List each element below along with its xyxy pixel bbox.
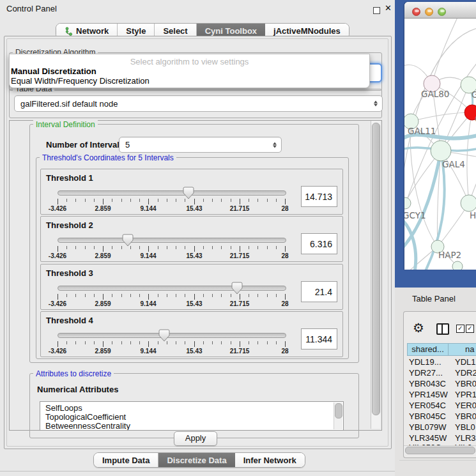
threshold-1-slider[interactable]: [58, 190, 286, 196]
popup-item-manual-discretization[interactable]: Manual Discretization: [11, 66, 96, 76]
threshold-4-label: Threshold 4: [46, 316, 93, 325]
threshold-2-value-field[interactable]: 6.316: [301, 233, 337, 254]
node-label-gcy1: GCY1: [404, 210, 426, 220]
table-panel-groove: [399, 460, 476, 461]
number-of-intervals-label: Number of Intervals: [46, 140, 124, 150]
threshold-2-slider[interactable]: [58, 238, 286, 243]
threshold-2-slider-thumb[interactable]: [122, 234, 134, 247]
table-row[interactable]: YER054CYER0: [407, 400, 476, 411]
threshold-1-label: Threshold 1: [46, 173, 93, 183]
table-row[interactable]: YBR043CYBR0: [407, 378, 476, 389]
column-header-shared-name[interactable]: shared...: [407, 343, 448, 356]
attributes-scrollbar-thumb[interactable]: [335, 403, 342, 418]
threshold-1-panel: Threshold 1 -3.426 2.859 9.144 15.43 21.…: [40, 169, 343, 215]
numerical-attributes-list: SelfLoops TopologicalCoefficient Between…: [40, 401, 344, 431]
number-of-intervals-value: 5: [125, 140, 130, 150]
threshold-3-slider[interactable]: [58, 286, 286, 291]
node-h[interactable]: [461, 195, 476, 211]
network-window: GAL80 GA C GAL11 GAL4 GCY1 H HAP2: [404, 2, 476, 270]
gear-icon[interactable]: ⚙: [413, 320, 424, 335]
table-header-row: shared... na: [407, 343, 476, 356]
node-label-gal4: GAL4: [442, 159, 465, 169]
algorithm-popup-prompt: Select algorithm to view settings: [10, 57, 369, 66]
threshold-3-label: Threshold 3: [46, 268, 93, 278]
tab-network-label: Network: [76, 26, 109, 36]
threshold-3-value-field[interactable]: 21.4: [301, 281, 337, 302]
table-row[interactable]: YDR27...YDR2: [407, 367, 476, 378]
bottom-tab-bar: Impute Data Discretize Data Infer Networ…: [93, 452, 305, 468]
slider-ticks: [58, 199, 286, 202]
table-row[interactable]: YPR145WYPR1: [407, 389, 476, 400]
threshold-2-label: Threshold 2: [46, 220, 93, 230]
threshold-4-slider[interactable]: [58, 333, 286, 338]
list-item[interactable]: SelfLoops: [45, 403, 82, 413]
checkbox-icon[interactable]: ✓: [456, 325, 464, 333]
threshold-4-value-field[interactable]: 11.344: [301, 328, 337, 349]
table-row[interactable]: YDL19...YDL1: [407, 357, 476, 367]
tab-impute-data[interactable]: Impute Data: [94, 453, 158, 467]
threshold-1-slider-thumb[interactable]: [183, 187, 194, 199]
column-chooser-icon[interactable]: [436, 323, 449, 335]
table-data-selected: galFiltered.sif default node: [20, 99, 118, 109]
attributes-group-title: Attributes to discretize: [33, 369, 114, 378]
threshold-3-slider-thumb[interactable]: [231, 282, 243, 295]
node-label-h: H: [470, 210, 476, 220]
settings-scrollbar-thumb[interactable]: [372, 123, 380, 415]
network-canvas[interactable]: GAL80 GA C GAL11 GAL4 GCY1 H HAP2: [404, 18, 476, 270]
slider-ticks: [58, 341, 286, 344]
node-label-partial-ga: GA: [472, 89, 476, 100]
threshold-3-panel: Threshold 3 -3.426 2.859 9.144 15.43 21.…: [40, 264, 343, 310]
close-icon[interactable]: ✕: [385, 3, 392, 13]
tab-infer-network[interactable]: Infer Network: [235, 453, 305, 467]
combo-stepper-icon: [374, 101, 378, 107]
popup-item-equal-width-frequency[interactable]: Equal Width/Frequency Discretization: [11, 76, 150, 86]
node-gal4[interactable]: [431, 141, 451, 161]
column-header-name[interactable]: na: [448, 343, 476, 356]
attributes-scrollbar[interactable]: [334, 403, 342, 429]
slider-ticks: [58, 294, 286, 297]
number-of-intervals-combobox[interactable]: 5: [119, 137, 282, 153]
network-icon: [65, 27, 73, 36]
slider-ticks: [58, 246, 286, 249]
checkbox-icon[interactable]: ✓: [466, 325, 474, 333]
table-panel-title: Table Panel: [412, 294, 456, 303]
threshold-1-value-field[interactable]: 14.713: [301, 186, 337, 207]
window-title: Control Panel: [6, 4, 57, 13]
zoom-traffic-light[interactable]: [438, 8, 446, 16]
apply-button[interactable]: Apply: [174, 431, 217, 446]
threshold-2-panel: Threshold 2 -3.426 2.859 9.144 15.43 21.…: [40, 216, 343, 262]
control-panel-bottom-edge: [0, 471, 395, 472]
algorithm-popup: Select algorithm to view settings Manual…: [9, 54, 370, 88]
threshold-4-panel: Threshold 4 -3.426 2.859 9.144 15.43 21.…: [40, 311, 343, 357]
table-horizontal-scrollbar[interactable]: [404, 445, 476, 454]
node-label-gal80: GAL80: [421, 89, 449, 99]
table-row[interactable]: YBL079WYBL0: [407, 422, 476, 433]
close-traffic-light[interactable]: [412, 8, 420, 16]
numerical-attributes-label: Numerical Attributes: [37, 385, 118, 394]
minimize-traffic-light[interactable]: [425, 8, 433, 16]
node-label-gal11: GAL11: [408, 126, 436, 136]
node-label-hap2: HAP2: [438, 250, 461, 260]
float-window-icon[interactable]: [373, 7, 380, 14]
node-bottom-partial[interactable]: [452, 261, 463, 270]
table-horizontal-scrollbar-thumb[interactable]: [405, 447, 475, 454]
node-gcy1[interactable]: [404, 197, 411, 209]
table-row[interactable]: YBR045CYBR0: [407, 411, 476, 422]
table-data-combobox[interactable]: galFiltered.sif default node: [14, 95, 383, 112]
list-item[interactable]: TopologicalCoefficient: [45, 412, 126, 422]
thresholds-group-title: Threshold's Coordinates for 5 Intervals: [40, 153, 176, 162]
settings-scrollbar[interactable]: [371, 121, 380, 429]
interval-definition-group-title: Interval Definition: [33, 120, 98, 129]
threshold-4-slider-thumb[interactable]: [158, 329, 170, 342]
tab-discretize-data[interactable]: Discretize Data: [158, 453, 234, 467]
combo-stepper-icon: [273, 142, 277, 148]
list-item[interactable]: BetweennessCentrality: [45, 421, 130, 431]
